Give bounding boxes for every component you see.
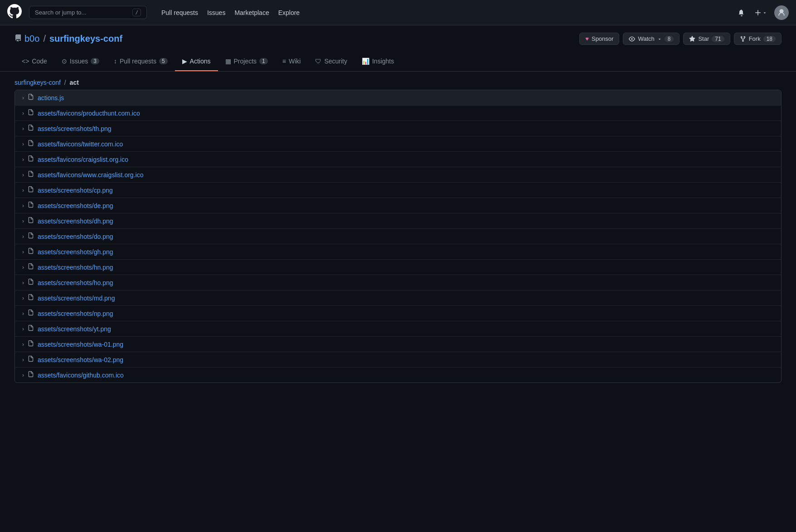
breadcrumb-current: act <box>70 79 79 86</box>
fork-button[interactable]: Fork 18 <box>734 33 781 45</box>
table-row[interactable]: › assets/screenshots/ho.png <box>15 275 781 290</box>
table-row[interactable]: › assets/screenshots/hn.png <box>15 260 781 275</box>
file-icon <box>28 125 34 132</box>
tab-pull-requests[interactable]: ↕ Pull requests 5 <box>107 52 175 71</box>
table-row[interactable]: › assets/favicons/twitter.com.ico <box>15 136 781 152</box>
file-name-link[interactable]: assets/screenshots/do.png <box>38 233 113 240</box>
table-row[interactable]: › actions.js <box>15 90 781 106</box>
file-name-link[interactable]: assets/screenshots/np.png <box>38 310 113 317</box>
pr-badge: 5 <box>159 58 168 64</box>
tab-pr-label: Pull requests <box>120 58 156 65</box>
file-name-link[interactable]: assets/screenshots/yt.png <box>38 325 111 333</box>
file-name-link[interactable]: assets/screenshots/hn.png <box>38 264 113 271</box>
table-row[interactable]: › assets/screenshots/yt.png <box>15 321 781 337</box>
expand-icon: › <box>22 295 24 301</box>
expand-icon: › <box>22 141 24 147</box>
issues-link[interactable]: Issues <box>204 6 229 19</box>
tab-projects[interactable]: ▦ Projects 1 <box>218 52 275 71</box>
table-row[interactable]: › assets/screenshots/th.png <box>15 121 781 136</box>
github-logo-icon[interactable] <box>7 4 22 21</box>
file-icon <box>28 340 34 348</box>
expand-icon: › <box>22 203 24 209</box>
tab-wiki[interactable]: ≡ Wiki <box>275 52 308 71</box>
repo-title: b0o / surfingkeys-conf <box>15 34 576 44</box>
tab-actions-label: Actions <box>190 58 211 65</box>
expand-icon: › <box>22 218 24 224</box>
fork-count: 18 <box>763 36 776 42</box>
projects-tab-icon: ▦ <box>225 58 231 65</box>
star-button[interactable]: Star 71 <box>683 33 730 45</box>
file-name-link[interactable]: actions.js <box>38 94 64 102</box>
avatar[interactable] <box>774 5 789 20</box>
tab-code[interactable]: <> Code <box>15 52 54 71</box>
table-row[interactable]: › assets/favicons/www.craigslist.org.ico <box>15 167 781 183</box>
table-row[interactable]: › assets/screenshots/do.png <box>15 229 781 244</box>
file-name-link[interactable]: assets/screenshots/wa-02.png <box>38 356 123 363</box>
watch-button[interactable]: Watch 8 <box>623 33 680 45</box>
file-icon <box>28 202 34 209</box>
expand-icon: › <box>22 264 24 271</box>
file-icon <box>28 171 34 179</box>
table-row[interactable]: › assets/screenshots/dh.png <box>15 213 781 229</box>
table-row[interactable]: › assets/screenshots/gh.png <box>15 244 781 260</box>
table-row[interactable]: › assets/screenshots/cp.png <box>15 183 781 198</box>
expand-icon: › <box>22 326 24 332</box>
topnav-right <box>736 5 789 20</box>
marketplace-link[interactable]: Marketplace <box>231 6 272 19</box>
breadcrumb-repo-link[interactable]: surfingkeys-conf <box>15 79 61 86</box>
file-icon <box>28 232 34 240</box>
file-icon <box>28 263 34 271</box>
table-row[interactable]: › assets/screenshots/md.png <box>15 290 781 306</box>
file-name-link[interactable]: assets/screenshots/dh.png <box>38 218 113 225</box>
search-input[interactable]: Search or jump to... / <box>29 6 147 19</box>
file-name-link[interactable]: assets/screenshots/md.png <box>38 295 115 302</box>
file-name-link[interactable]: assets/favicons/producthunt.com.ico <box>38 110 140 117</box>
table-row[interactable]: › assets/favicons/producthunt.com.ico <box>15 106 781 121</box>
file-name-link[interactable]: assets/favicons/github.com.ico <box>38 372 124 379</box>
topnav: Search or jump to... / Pull requests Iss… <box>0 0 796 25</box>
projects-badge: 1 <box>259 58 268 64</box>
repo-icon <box>15 34 22 44</box>
file-name-link[interactable]: assets/screenshots/ho.png <box>38 279 113 286</box>
tab-insights[interactable]: 📊 Insights <box>354 52 401 71</box>
file-name-link[interactable]: assets/screenshots/wa-01.png <box>38 341 123 348</box>
file-name-link[interactable]: assets/screenshots/de.png <box>38 202 113 209</box>
table-row[interactable]: › assets/screenshots/np.png <box>15 306 781 321</box>
file-name-link[interactable]: assets/favicons/craigslist.org.ico <box>38 156 128 163</box>
file-name-link[interactable]: assets/favicons/www.craigslist.org.ico <box>38 171 143 179</box>
notifications-button[interactable] <box>736 7 747 18</box>
create-button[interactable] <box>752 7 769 18</box>
file-name-link[interactable]: assets/screenshots/cp.png <box>38 187 113 194</box>
expand-icon: › <box>22 172 24 178</box>
table-row[interactable]: › assets/screenshots/wa-02.png <box>15 352 781 368</box>
file-name-link[interactable]: assets/screenshots/th.png <box>38 125 112 132</box>
breadcrumb-sep: / <box>64 79 66 86</box>
expand-icon: › <box>22 110 24 116</box>
repo-tabs: <> Code ⊙ Issues 3 ↕ Pull requests 5 ▶ A… <box>0 52 796 72</box>
search-placeholder: Search or jump to... <box>35 9 129 16</box>
expand-icon: › <box>22 341 24 348</box>
table-row[interactable]: › assets/screenshots/de.png <box>15 198 781 213</box>
file-name-link[interactable]: assets/favicons/twitter.com.ico <box>38 140 123 148</box>
pull-requests-link[interactable]: Pull requests <box>158 6 202 19</box>
repo-name-link[interactable]: surfingkeys-conf <box>49 34 122 44</box>
tab-actions[interactable]: ▶ Actions <box>175 52 218 71</box>
file-icon <box>28 217 34 225</box>
watch-count: 8 <box>665 36 674 42</box>
explore-link[interactable]: Explore <box>275 6 303 19</box>
table-row[interactable]: › assets/favicons/github.com.ico <box>15 368 781 382</box>
table-row[interactable]: › assets/favicons/craigslist.org.ico <box>15 152 781 167</box>
expand-icon: › <box>22 357 24 363</box>
sponsor-button[interactable]: ♥ Sponsor <box>579 33 619 45</box>
repo-owner-link[interactable]: b0o <box>24 34 39 44</box>
insights-tab-icon: 📊 <box>362 58 369 65</box>
file-icon <box>28 94 34 102</box>
tab-issues[interactable]: ⊙ Issues 3 <box>54 52 107 71</box>
file-name-link[interactable]: assets/screenshots/gh.png <box>38 248 113 256</box>
issues-badge: 3 <box>91 58 99 64</box>
tab-security[interactable]: 🛡 Security <box>308 52 354 71</box>
file-icon <box>28 279 34 286</box>
table-row[interactable]: › assets/screenshots/wa-01.png <box>15 337 781 352</box>
file-icon <box>28 356 34 363</box>
tab-projects-label: Projects <box>234 58 257 65</box>
